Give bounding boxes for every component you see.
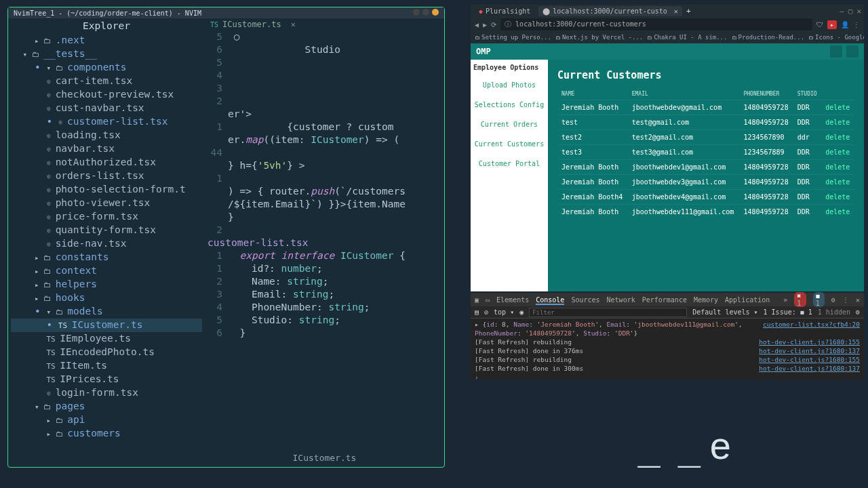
console-line[interactable]: hot-dev-client.js?1680:155[Fast Refresh]… (475, 338, 860, 346)
filter-input[interactable] (529, 308, 687, 317)
bookmark-item[interactable]: 🗀Next.js by Vercel -... (555, 34, 643, 41)
tree-item[interactable]: ▸ 🗀 api (11, 413, 202, 427)
delete-link[interactable]: delete (821, 205, 854, 220)
tree-item[interactable]: TS IItem.ts (11, 359, 202, 373)
delete-link[interactable]: delete (821, 115, 854, 130)
code-line[interactable]: /${item.Email}`) }}>{item.Name (205, 198, 444, 211)
levels-select[interactable]: Default levels ▾ (692, 308, 757, 316)
tree-item[interactable]: ▸ 🗀 constants (11, 251, 202, 264)
gear-icon[interactable]: ⚙ (856, 308, 860, 316)
sidebar-item[interactable]: Upload Photos (471, 75, 548, 95)
tree-item[interactable]: ⚛ photo-viewer.tsx (11, 197, 202, 210)
devtools-tab[interactable]: Sources (571, 296, 599, 304)
code-line[interactable]: 3 (205, 82, 444, 95)
editor-pane[interactable]: TS ICustomer.ts ✕ 5 ○6 Studio5 4 3 2 er'… (205, 18, 444, 467)
console-line[interactable]: customer-list.tsx?cfb4:20▸ {id: 8, Name:… (475, 320, 860, 338)
delete-link[interactable]: delete (821, 130, 854, 145)
code-line[interactable]: 5 ○ (205, 30, 444, 43)
code-line[interactable]: 5 (205, 56, 444, 69)
code-line[interactable]: 1 (205, 172, 444, 185)
window-controls[interactable] (410, 9, 439, 17)
window-maximize-icon[interactable]: ▢ (848, 7, 853, 16)
tree-item[interactable]: TS IEmployee.ts (11, 332, 202, 346)
code-line[interactable]: 2 (205, 95, 444, 108)
console-line[interactable]: hot-dev-client.js?1680:137[Fast Refresh]… (475, 346, 860, 355)
console-line[interactable]: hot-dev-client.js?1680:137[Fast Refresh]… (475, 364, 860, 373)
devtools-tab[interactable]: Application (725, 296, 770, 304)
code-line[interactable]: 6 } (205, 327, 444, 340)
window-minimize-icon[interactable]: — (840, 7, 844, 16)
tree-item[interactable]: • TS ICustomer.ts (11, 319, 202, 332)
code-line[interactable]: er'> (205, 108, 444, 121)
devtools-tab[interactable]: Performance (642, 296, 687, 304)
tree-item[interactable]: ⚛ quantity-form.tsx (11, 224, 202, 237)
issues-badge[interactable]: 1 Issue: ◼ 1 (764, 308, 812, 316)
tree-item[interactable]: TS IPrices.ts (11, 373, 202, 386)
tree-item[interactable]: ⚛ cart-item.tsx (11, 75, 202, 88)
tree-item[interactable]: ⚛ photo-selection-form.t (11, 183, 202, 197)
code-line[interactable]: 3 Email: string; (205, 288, 444, 301)
inspect-icon[interactable]: ▣ (475, 296, 479, 304)
sidebar-item[interactable]: Customer Portal (471, 154, 548, 174)
tree-item[interactable]: • ⚛ customer-list.tsx (11, 115, 202, 129)
sidebar-item[interactable]: Current Orders (471, 115, 548, 134)
code-line[interactable]: 1 id?: number; (205, 262, 444, 275)
close-icon[interactable]: ✕ (856, 296, 860, 304)
window-close-icon[interactable]: ✕ (856, 7, 861, 16)
browser-tab[interactable]: ◆Pluralsight (475, 6, 534, 16)
eye-icon[interactable]: ◉ (519, 308, 524, 316)
tree-item[interactable]: ⚛ orders-list.tsx (11, 169, 202, 183)
clear-icon[interactable]: ⊘ (484, 308, 488, 316)
sidebar-icon[interactable]: ▤ (475, 308, 479, 316)
tree-item[interactable]: ⚛ side-nav.tsx (11, 237, 202, 251)
tree-item[interactable]: ⚛ loading.tsx (11, 129, 202, 142)
console-output[interactable]: customer-list.tsx?cfb4:20▸ {id: 8, Name:… (471, 319, 864, 383)
browser-tabs[interactable]: ◆Pluralsight ⬤localhost:3000/current-cus… (471, 4, 864, 18)
code-line[interactable]: ) => { router.push(`/customers (205, 185, 444, 198)
tree-item[interactable]: • ▾ 🗀 models (11, 305, 202, 319)
warn-badge[interactable]: ◼ 1 (813, 292, 825, 307)
sidebar-item[interactable]: Selections Config (471, 95, 548, 115)
delete-link[interactable]: delete (821, 100, 854, 115)
tree-item[interactable]: ▸ 🗀 hooks (11, 291, 202, 305)
tree-item[interactable]: ⚛ notAuthorized.tsx (11, 156, 202, 169)
code-line[interactable]: 4 (205, 69, 444, 82)
close-icon[interactable]: ✕ (674, 7, 678, 15)
error-badge[interactable]: ✖ 1 (794, 292, 806, 307)
reload-icon[interactable]: ⟳ (491, 21, 496, 28)
bookmark-item[interactable]: 🗀Production-Read... (732, 34, 805, 41)
editor-tabs[interactable]: TS ICustomer.ts ✕ (205, 18, 444, 30)
user-icon[interactable]: 👤 (841, 21, 849, 28)
bookmark-item[interactable]: 🗀Chakra UI - A sim... (647, 34, 727, 41)
code-line[interactable]: 4 PhoneNumber: string; (205, 301, 444, 314)
code-line[interactable]: } (205, 211, 444, 224)
url-input[interactable]: ⓘ localhost:3000/current-customers (500, 18, 812, 30)
sidebar-item[interactable]: Current Customers (471, 134, 548, 154)
shield-icon[interactable]: 🛡 (816, 21, 823, 28)
tree-item[interactable]: ▾ 🗀 __tests__ (11, 47, 202, 61)
tree-item[interactable]: ⚛ price-form.tsx (11, 210, 202, 224)
file-explorer[interactable]: Explorer ▸ 🗀 .next ▾ 🗀 __tests__ • ▾ 🗀 c… (8, 18, 205, 467)
bookmark-item[interactable]: 🗀Setting up Perso... (475, 34, 551, 41)
device-icon[interactable]: ▭ (486, 296, 490, 304)
devtools-tab[interactable]: Elements (496, 296, 529, 304)
tree-item[interactable]: ⚛ cust-navbar.tsx (11, 102, 202, 115)
tree-item[interactable]: ⚛ login-form.tsx (11, 386, 202, 400)
delete-link[interactable]: delete (821, 175, 854, 190)
code-line[interactable]: 1 export interface ICustomer { (205, 249, 444, 262)
code-line[interactable]: } h={'5vh'} > (205, 159, 444, 172)
code-line[interactable]: 6 Studio (205, 43, 444, 56)
tree-item[interactable]: • ▾ 🗀 components (11, 61, 202, 75)
gear-icon[interactable]: ⚙ (831, 296, 835, 304)
extension-icon[interactable]: ▸ (827, 20, 837, 29)
tree-item[interactable]: ▾ 🗀 pages (11, 400, 202, 413)
code-line[interactable]: er.map((item: ICustomer) => ( (205, 134, 444, 146)
tree-item[interactable]: ▸ 🗀 helpers (11, 278, 202, 291)
menu-icon[interactable]: ⋮ (842, 296, 849, 304)
menu-icon[interactable] (846, 45, 859, 58)
tree-item[interactable]: ▸ 🗀 customers (11, 427, 202, 441)
delete-link[interactable]: delete (821, 190, 854, 205)
devtools-tab[interactable]: Network (607, 296, 635, 304)
devtools-tabs[interactable]: ▣ ▭ ElementsConsoleSourcesNetworkPerform… (471, 293, 864, 306)
devtools-tab[interactable]: Memory (694, 296, 718, 304)
